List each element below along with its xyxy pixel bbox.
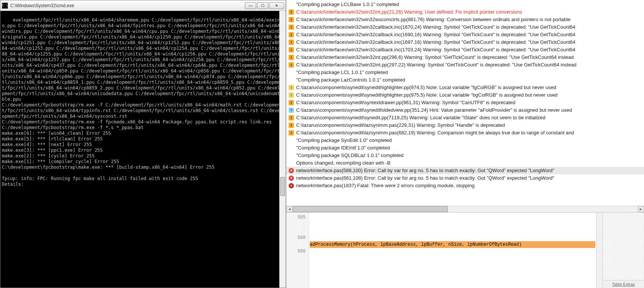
code-editor[interactable]: 585··588·590 adProcessMemory(hProcess, l… [286, 212, 644, 288]
message-row[interactable]: C:\lazarus\lcl\interfaces\win32\win32cal… [286, 39, 644, 46]
message-row[interactable]: C:\lazarus\components\synedit\syntextdra… [286, 99, 644, 106]
messages-panel[interactable]: "Compiling package LCLBase 1.0.1" comple… [286, 0, 644, 206]
ide-pane: "Compiling package LCLBase 1.0.1" comple… [286, 0, 644, 288]
message-row[interactable]: "Compiling package SQLDBLaz 1.0.1" compl… [286, 152, 644, 159]
message-text: C:\lazarus\components\synedit\syntextdra… [296, 99, 515, 106]
message-text: "Compiling package IDEIntf 1.0" complete… [296, 144, 390, 152]
message-row[interactable]: C:\lazarus\components\synedit\lazsynimm.… [286, 122, 644, 129]
message-row[interactable]: networkInterface.pas(1837) Fatal: There … [286, 182, 644, 189]
message-row[interactable]: C:\lazarus\lcl\interfaces\win32\win32int… [286, 54, 644, 61]
scrollbar-thumb[interactable] [280, 177, 285, 196]
message-text: C:\lazarus\lcl\interfaces\win32\win32cal… [296, 46, 575, 54]
console-scrollbar[interactable] [279, 11, 286, 288]
none-icon [289, 145, 294, 151]
warn-icon [289, 55, 294, 60]
message-row[interactable]: C:\lazarus\lcl\interfaces\win32\win32wsc… [286, 16, 644, 23]
message-row[interactable]: C:\lazarus\lcl\interfaces\win32\win32int… [286, 61, 644, 69]
cmd-titlebar[interactable]: C:\ C:\Windows\System32\cmd.exe — ☐ ✕ [0, 0, 286, 11]
code-line[interactable] [310, 234, 595, 241]
scroll-thumb[interactable] [293, 206, 448, 212]
gutter-line: · [288, 221, 306, 228]
note-icon [289, 92, 294, 98]
message-text: C:\lazarus\lcl\interfaces\win32\win32wsc… [296, 16, 570, 23]
warn-icon [289, 32, 294, 37]
hint-icon [289, 108, 294, 113]
warn-icon [289, 62, 294, 68]
message-row[interactable]: networkInterface.pas(588,100) Error: Cal… [286, 167, 644, 174]
code-line[interactable] [310, 221, 595, 228]
message-text: networkInterface.pas(661,108) Error: Cal… [296, 174, 554, 182]
message-text: C:\lazarus\lcl\interfaces\win32\win32int… [296, 54, 574, 61]
gutter-line: 585 [288, 214, 306, 221]
gutter-line: 588 [288, 234, 306, 241]
console-text: evelopment/fpc/rtl/units/x86_64-win64/sh… [2, 17, 283, 187]
message-row[interactable]: networkInterface.pas(661,108) Error: Cal… [286, 174, 644, 182]
side-strip-pattern [603, 213, 644, 280]
message-row[interactable]: "Compiling package IDEIntf 1.0" complete… [286, 144, 644, 152]
message-text: C:\lazarus\components\synedit\synedithig… [296, 91, 558, 99]
message-row[interactable]: C:\lazarus\components\synedit\synedit.pp… [286, 114, 644, 122]
message-text: C:\lazarus\components\synedit\synedithig… [296, 84, 556, 91]
cmd-icon: C:\ [2, 3, 8, 9]
message-row[interactable]: C:\lazarus\lcl\interfaces\win32\win32cal… [286, 23, 644, 31]
code-line[interactable] [310, 262, 595, 268]
gutter-line: · [288, 228, 306, 234]
console-output[interactable]: evelopment/fpc/rtl/units/x86_64-win64/sh… [0, 11, 286, 288]
code-line[interactable] [310, 248, 595, 255]
message-text: C:\lazarus\components\synedit\syneditfol… [296, 106, 572, 114]
message-row[interactable]: C:\lazarus\components\synedit\synedithig… [286, 91, 644, 99]
message-row[interactable]: "Compiling package LCL 1.0.1" completed [286, 69, 644, 76]
code-line[interactable] [310, 228, 595, 234]
messages-hscrollbar[interactable]: ◄ ► [286, 206, 644, 212]
warn-icon [289, 130, 294, 136]
table-extras-label[interactable]: Table Extras [603, 280, 644, 288]
none-icon [289, 70, 294, 75]
message-text: C:\lazarus\components\synedit\synedit.pp… [296, 114, 546, 122]
warn-icon [289, 9, 294, 15]
scroll-track[interactable] [293, 206, 638, 212]
fatal-icon [289, 183, 294, 188]
message-text: "Compiling package LCLBase 1.0.1" comple… [296, 1, 399, 8]
message-row[interactable]: "Compiling package LazControls 1.0.1" co… [286, 76, 644, 84]
warn-icon [289, 17, 294, 22]
warn-icon [289, 25, 294, 30]
maximize-button[interactable]: ☐ [257, 2, 268, 9]
message-text: "Compiling package SQLDBLaz 1.0.1" compl… [296, 152, 404, 159]
warn-icon [289, 40, 294, 45]
code-line[interactable] [310, 255, 595, 262]
message-row[interactable]: C:\lazarus\lcl\interfaces\win32\win32cal… [286, 46, 644, 54]
code-area[interactable]: adProcessMemory(hProcess, lpBaseAddress,… [309, 213, 596, 288]
scroll-right-button[interactable]: ► [638, 206, 644, 212]
message-row[interactable]: C:\lazarus\components\synedit\lazsynimm.… [286, 129, 644, 137]
warn-icon [289, 123, 294, 128]
gutter-line: · [288, 241, 306, 248]
code-line[interactable] [310, 214, 595, 221]
cmd-window: C:\ C:\Windows\System32\cmd.exe — ☐ ✕ ev… [0, 0, 286, 288]
none-icon [289, 77, 294, 83]
message-text: C:\lazarus\lcl\interfaces\win32\win32cal… [296, 31, 575, 39]
message-row[interactable]: "Compiling package LCLBase 1.0.1" comple… [286, 1, 644, 8]
editor-vscrollbar[interactable] [596, 213, 603, 288]
message-row[interactable]: C:\lazarus\lcl\interfaces\win32\win32int… [286, 8, 644, 16]
err-icon [289, 176, 294, 181]
warn-icon [289, 115, 294, 120]
message-row[interactable]: C:\lazarus\lcl\interfaces\win32\win32cal… [286, 31, 644, 39]
message-row[interactable]: C:\lazarus\components\synedit\synedithig… [286, 84, 644, 91]
message-row[interactable]: C:\lazarus\components\synedit\syneditfol… [286, 106, 644, 114]
message-row[interactable]: "Compiling package SynEdit 1.0" complete… [286, 137, 644, 144]
cmd-title: C:\Windows\System32\cmd.exe [10, 3, 244, 8]
none-icon [289, 160, 294, 166]
close-button[interactable]: ✕ [269, 2, 284, 9]
message-text: C:\lazarus\components\synedit\lazsynimm.… [296, 122, 505, 129]
side-strip: Table Extras [603, 213, 644, 288]
scroll-left-button[interactable]: ◄ [286, 206, 293, 212]
message-text: "Compiling package LCL 1.0.1" completed [296, 69, 388, 76]
note-icon [289, 85, 294, 90]
none-icon [289, 138, 294, 143]
message-text: Options changed, recompiling clean with … [296, 159, 390, 167]
code-line[interactable]: adProcessMemory(hProcess, lpBaseAddress,… [310, 241, 595, 248]
message-row[interactable]: Options changed, recompiling clean with … [286, 159, 644, 167]
window-buttons: — ☐ ✕ [244, 2, 284, 9]
minimize-button[interactable]: — [245, 2, 256, 9]
line-gutter: 585··588·590 [286, 213, 309, 288]
